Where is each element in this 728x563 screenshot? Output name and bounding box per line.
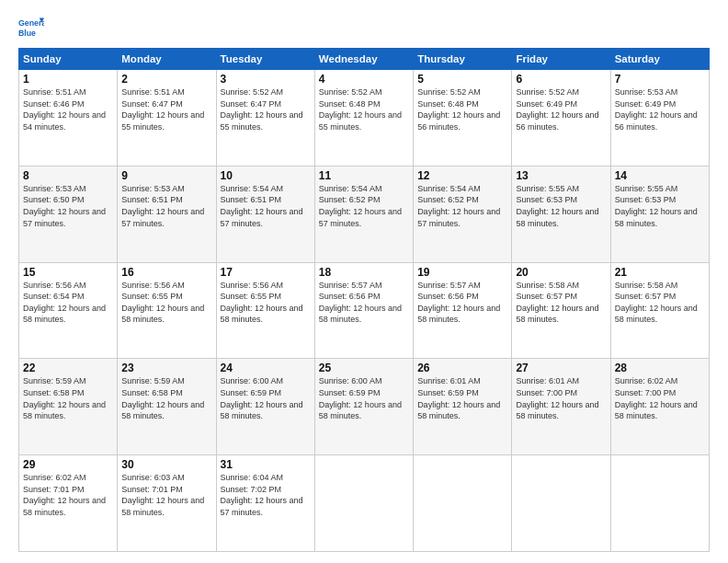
calendar-cell: 27Sunrise: 6:01 AMSunset: 7:00 PMDayligh… — [512, 359, 610, 455]
day-info: Sunrise: 5:52 AMSunset: 6:48 PMDaylight:… — [417, 87, 500, 132]
page: General Blue SundayMondayTuesdayWednesda… — [0, 0, 728, 563]
svg-text:Blue: Blue — [18, 29, 36, 38]
day-number: 7 — [615, 73, 705, 86]
day-info: Sunrise: 6:01 AMSunset: 6:59 PMDaylight:… — [417, 376, 500, 420]
day-info: Sunrise: 6:00 AMSunset: 6:59 PMDaylight:… — [221, 376, 303, 420]
calendar-week-row: 1Sunrise: 5:51 AMSunset: 6:46 PMDaylight… — [19, 70, 710, 167]
day-info: Sunrise: 5:58 AMSunset: 6:57 PMDaylight:… — [516, 281, 598, 325]
day-number: 27 — [516, 362, 606, 374]
day-number: 1 — [23, 73, 113, 86]
day-number: 14 — [615, 169, 705, 182]
day-number: 13 — [516, 169, 606, 182]
calendar-cell: 2Sunrise: 5:51 AMSunset: 6:47 PMDaylight… — [118, 70, 216, 167]
day-info: Sunrise: 5:56 AMSunset: 6:55 PMDaylight:… — [121, 281, 204, 325]
calendar-day-header-monday: Monday — [118, 49, 216, 70]
calendar-header-row: SundayMondayTuesdayWednesdayThursdayFrid… — [19, 49, 710, 70]
day-info: Sunrise: 5:52 AMSunset: 6:49 PMDaylight:… — [516, 87, 598, 132]
day-info: Sunrise: 5:56 AMSunset: 6:55 PMDaylight:… — [221, 281, 303, 325]
day-info: Sunrise: 5:52 AMSunset: 6:47 PMDaylight:… — [221, 87, 303, 132]
day-info: Sunrise: 5:57 AMSunset: 6:56 PMDaylight:… — [417, 281, 500, 325]
calendar-cell: 18Sunrise: 5:57 AMSunset: 6:56 PMDayligh… — [314, 262, 413, 359]
calendar-cell: 25Sunrise: 6:00 AMSunset: 6:59 PMDayligh… — [314, 359, 413, 455]
calendar-cell: 8Sunrise: 5:53 AMSunset: 6:50 PMDaylight… — [19, 166, 118, 262]
calendar-cell: 4Sunrise: 5:52 AMSunset: 6:48 PMDaylight… — [314, 70, 413, 167]
day-info: Sunrise: 5:51 AMSunset: 6:47 PMDaylight:… — [121, 87, 204, 132]
calendar-cell: 11Sunrise: 5:54 AMSunset: 6:52 PMDayligh… — [314, 166, 413, 262]
day-number: 21 — [615, 266, 705, 279]
calendar-week-row: 8Sunrise: 5:53 AMSunset: 6:50 PMDaylight… — [19, 166, 710, 262]
calendar-cell: 5Sunrise: 5:52 AMSunset: 6:48 PMDaylight… — [414, 70, 512, 167]
day-info: Sunrise: 5:54 AMSunset: 6:51 PMDaylight:… — [221, 184, 303, 228]
day-number: 19 — [417, 266, 507, 279]
day-number: 30 — [121, 458, 211, 471]
logo-icon: General Blue — [18, 15, 44, 40]
day-info: Sunrise: 6:01 AMSunset: 7:00 PMDaylight:… — [516, 376, 598, 420]
day-number: 23 — [121, 362, 211, 374]
calendar-cell — [314, 455, 413, 552]
calendar-table: SundayMondayTuesdayWednesdayThursdayFrid… — [18, 48, 710, 552]
day-info: Sunrise: 5:51 AMSunset: 6:46 PMDaylight:… — [23, 87, 106, 132]
calendar-cell: 3Sunrise: 5:52 AMSunset: 6:47 PMDaylight… — [216, 70, 314, 167]
day-number: 15 — [23, 266, 113, 279]
calendar-cell: 6Sunrise: 5:52 AMSunset: 6:49 PMDaylight… — [512, 70, 610, 167]
day-info: Sunrise: 6:00 AMSunset: 6:59 PMDaylight:… — [319, 376, 402, 420]
calendar-week-row: 15Sunrise: 5:56 AMSunset: 6:54 PMDayligh… — [19, 262, 710, 359]
day-number: 10 — [221, 169, 311, 182]
calendar-day-header-saturday: Saturday — [610, 49, 709, 70]
day-number: 9 — [121, 169, 211, 182]
day-info: Sunrise: 5:53 AMSunset: 6:51 PMDaylight:… — [121, 184, 204, 228]
day-number: 18 — [319, 266, 409, 279]
day-number: 31 — [221, 458, 311, 471]
calendar-cell: 16Sunrise: 5:56 AMSunset: 6:55 PMDayligh… — [118, 262, 216, 359]
calendar-day-header-friday: Friday — [512, 49, 610, 70]
day-number: 2 — [121, 73, 211, 86]
day-info: Sunrise: 5:53 AMSunset: 6:49 PMDaylight:… — [615, 87, 698, 132]
day-number: 5 — [417, 73, 507, 86]
day-number: 12 — [417, 169, 507, 182]
calendar-day-header-thursday: Thursday — [414, 49, 512, 70]
calendar-cell: 23Sunrise: 5:59 AMSunset: 6:58 PMDayligh… — [118, 359, 216, 455]
calendar-cell: 22Sunrise: 5:59 AMSunset: 6:58 PMDayligh… — [19, 359, 118, 455]
day-number: 20 — [516, 266, 606, 279]
day-info: Sunrise: 5:56 AMSunset: 6:54 PMDaylight:… — [23, 281, 106, 325]
day-info: Sunrise: 6:02 AMSunset: 7:00 PMDaylight:… — [615, 376, 698, 420]
day-info: Sunrise: 6:03 AMSunset: 7:01 PMDaylight:… — [121, 473, 204, 517]
day-info: Sunrise: 5:55 AMSunset: 6:53 PMDaylight:… — [615, 184, 698, 228]
day-number: 26 — [417, 362, 507, 374]
calendar-cell: 24Sunrise: 6:00 AMSunset: 6:59 PMDayligh… — [216, 359, 314, 455]
calendar-day-header-tuesday: Tuesday — [216, 49, 314, 70]
calendar-cell: 31Sunrise: 6:04 AMSunset: 7:02 PMDayligh… — [216, 455, 314, 552]
day-info: Sunrise: 5:57 AMSunset: 6:56 PMDaylight:… — [319, 281, 402, 325]
day-number: 6 — [516, 73, 606, 86]
calendar-cell: 10Sunrise: 5:54 AMSunset: 6:51 PMDayligh… — [216, 166, 314, 262]
calendar-cell: 20Sunrise: 5:58 AMSunset: 6:57 PMDayligh… — [512, 262, 610, 359]
logo: General Blue — [18, 15, 44, 40]
day-number: 17 — [221, 266, 311, 279]
day-info: Sunrise: 5:59 AMSunset: 6:58 PMDaylight:… — [23, 376, 106, 420]
calendar-cell: 9Sunrise: 5:53 AMSunset: 6:51 PMDaylight… — [118, 166, 216, 262]
day-number: 8 — [23, 169, 113, 182]
day-info: Sunrise: 5:59 AMSunset: 6:58 PMDaylight:… — [121, 376, 204, 420]
calendar-week-row: 22Sunrise: 5:59 AMSunset: 6:58 PMDayligh… — [19, 359, 710, 455]
calendar-cell: 28Sunrise: 6:02 AMSunset: 7:00 PMDayligh… — [610, 359, 709, 455]
calendar-cell: 29Sunrise: 6:02 AMSunset: 7:01 PMDayligh… — [19, 455, 118, 552]
calendar-cell: 17Sunrise: 5:56 AMSunset: 6:55 PMDayligh… — [216, 262, 314, 359]
calendar-cell — [512, 455, 610, 552]
calendar-week-row: 29Sunrise: 6:02 AMSunset: 7:01 PMDayligh… — [19, 455, 710, 552]
svg-text:General: General — [18, 18, 44, 28]
day-info: Sunrise: 5:54 AMSunset: 6:52 PMDaylight:… — [319, 184, 402, 228]
calendar-cell: 30Sunrise: 6:03 AMSunset: 7:01 PMDayligh… — [118, 455, 216, 552]
calendar-cell — [610, 455, 709, 552]
calendar-cell: 1Sunrise: 5:51 AMSunset: 6:46 PMDaylight… — [19, 70, 118, 167]
day-number: 29 — [23, 458, 113, 471]
calendar-cell — [414, 455, 512, 552]
calendar-cell: 26Sunrise: 6:01 AMSunset: 6:59 PMDayligh… — [414, 359, 512, 455]
day-info: Sunrise: 5:53 AMSunset: 6:50 PMDaylight:… — [23, 184, 106, 228]
day-number: 4 — [319, 73, 409, 86]
day-number: 22 — [23, 362, 113, 374]
day-info: Sunrise: 5:55 AMSunset: 6:53 PMDaylight:… — [516, 184, 598, 228]
calendar-cell: 14Sunrise: 5:55 AMSunset: 6:53 PMDayligh… — [610, 166, 709, 262]
day-number: 25 — [319, 362, 409, 374]
header: General Blue — [18, 15, 710, 40]
day-number: 11 — [319, 169, 409, 182]
